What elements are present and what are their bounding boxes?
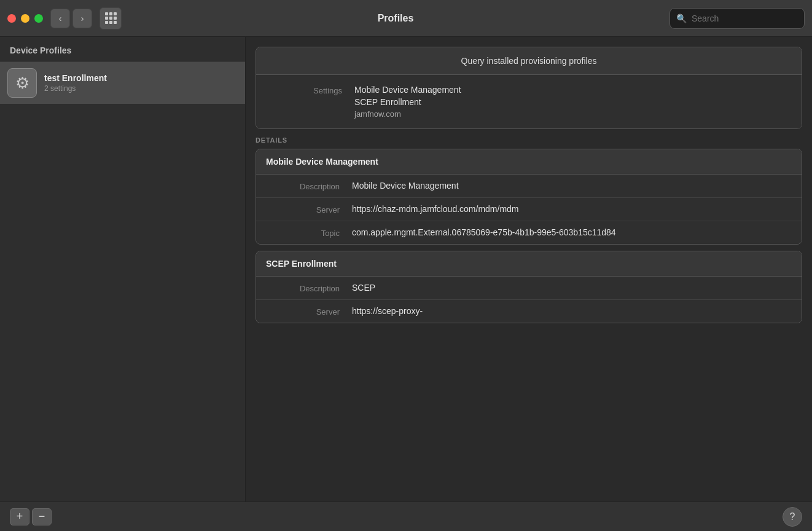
scep-block-header: SCEP Enrollment: [256, 251, 802, 277]
traffic-lights: [7, 14, 43, 23]
add-button[interactable]: +: [10, 508, 29, 525]
grid-icon: [105, 12, 117, 24]
close-button[interactable]: [7, 14, 16, 23]
profile-settings-count: 2 settings: [44, 84, 107, 93]
sidebar-header: Device Profiles: [0, 37, 245, 62]
topic-value: com.apple.mgmt.External.06785069-e75b-4b…: [352, 227, 792, 238]
forward-button[interactable]: ›: [72, 9, 92, 28]
gear-icon: ⚙: [15, 74, 29, 93]
setting2-name: SCEP Enrollment: [354, 97, 461, 107]
scep-description-value: SCEP: [352, 283, 792, 293]
scep-server-row: Server https://scep-proxy-: [256, 300, 802, 323]
right-panel: Query installed provisioning profiles Se…: [246, 37, 812, 502]
nav-buttons: ‹ ›: [50, 9, 92, 28]
search-bar[interactable]: 🔍: [670, 8, 805, 29]
main-content: Device Profiles ⚙ test Enrollment 2 sett…: [0, 37, 812, 502]
toolbar-left: + −: [10, 508, 52, 525]
help-button[interactable]: ?: [783, 507, 802, 527]
query-section: Query installed provisioning profiles Se…: [256, 47, 802, 129]
setting1-name: Mobile Device Management: [354, 85, 461, 95]
server-key: Server: [266, 204, 352, 214]
query-text: Query installed provisioning profiles: [461, 56, 597, 66]
grid-view-button[interactable]: [100, 7, 122, 30]
setting2-url: jamfnow.com: [354, 109, 461, 119]
right-panel-scroll[interactable]: Query installed provisioning profiles Se…: [246, 37, 812, 502]
mdm-description-row: Description Mobile Device Management: [256, 175, 802, 198]
settings-row: Settings Mobile Device Management SCEP E…: [256, 75, 802, 128]
sidebar: Device Profiles ⚙ test Enrollment 2 sett…: [0, 37, 246, 502]
back-button[interactable]: ‹: [50, 9, 70, 28]
query-row: Query installed provisioning profiles: [256, 47, 802, 75]
profile-name: test Enrollment: [44, 73, 107, 83]
remove-button[interactable]: −: [32, 508, 52, 525]
description-key: Description: [266, 181, 352, 191]
settings-values: Mobile Device Management SCEP Enrollment…: [354, 85, 461, 119]
scep-description-key: Description: [266, 283, 352, 293]
window-title: Profiles: [122, 13, 670, 24]
mdm-block: Mobile Device Management Description Mob…: [256, 149, 802, 245]
titlebar: ‹ › Profiles 🔍: [0, 0, 812, 37]
mdm-block-header: Mobile Device Management: [256, 149, 802, 175]
description-value: Mobile Device Management: [352, 181, 792, 191]
settings-label: Settings: [268, 85, 354, 119]
scep-server-key: Server: [266, 306, 352, 317]
server-value: https://chaz-mdm.jamfcloud.com/mdm/mdm: [352, 204, 792, 214]
maximize-button[interactable]: [34, 14, 43, 23]
scep-block: SCEP Enrollment Description SCEP Server …: [256, 251, 802, 323]
profile-list-item[interactable]: ⚙ test Enrollment 2 settings: [0, 62, 245, 104]
mdm-server-row: Server https://chaz-mdm.jamfcloud.com/md…: [256, 198, 802, 221]
profile-icon: ⚙: [7, 68, 37, 98]
scep-server-value: https://scep-proxy-: [352, 306, 792, 317]
forward-icon: ›: [81, 14, 84, 23]
bottom-toolbar: + − ?: [0, 502, 812, 531]
search-icon: 🔍: [676, 14, 687, 23]
topic-key: Topic: [266, 227, 352, 238]
scep-description-row: Description SCEP: [256, 277, 802, 300]
search-input[interactable]: [692, 14, 798, 23]
profile-info: test Enrollment 2 settings: [44, 73, 107, 93]
details-label: DETAILS: [246, 129, 812, 149]
minimize-button[interactable]: [21, 14, 29, 23]
back-icon: ‹: [59, 14, 62, 23]
mdm-topic-row: Topic com.apple.mgmt.External.06785069-e…: [256, 221, 802, 244]
